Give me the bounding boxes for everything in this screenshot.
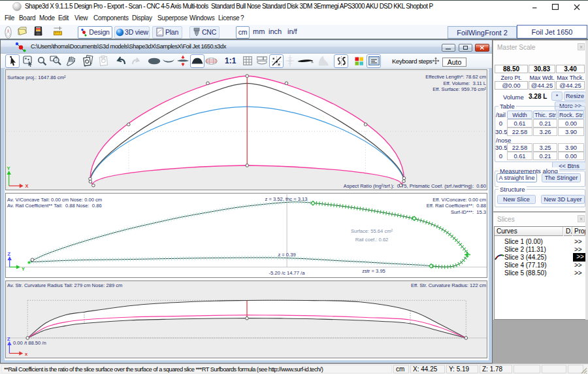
svg-text:Av. Str. Curvature Radius Tail: Av. Str. Curvature Radius Tail: 279 cm N… xyxy=(7,282,122,288)
svg-text:Effective Length*: 78.62 cm: Effective Length*: 78.62 cm xyxy=(425,74,486,80)
svg-text:Surface: 55.64 cm²: Surface: 55.64 cm² xyxy=(351,228,393,234)
svg-text:Y: Y xyxy=(7,165,10,171)
svg-text:Eff. Rail Coefficient**: 0.88: Eff. Rail Coefficient**: 0.88 xyxy=(427,203,486,209)
svg-text:Eff. V/Concave: 0.00 cm: Eff. V/Concave: 0.00 cm xyxy=(433,197,486,203)
svg-text:X: X xyxy=(25,183,29,189)
svg-text:Rail coef.: 0.62: Rail coef.: 0.62 xyxy=(355,237,389,243)
svg-text:Y: Y xyxy=(22,266,25,272)
svg-text:Aspect Ratio (lng²/srf.): 0.7: Aspect Ratio (lng²/srf.): 0.75, Prismati… xyxy=(344,183,486,189)
svg-text:z = 3.52, thc = 3.13: z = 3.52, thc = 3.13 xyxy=(265,196,307,202)
svg-text:x: x xyxy=(25,351,28,357)
svg-text:Z: Z xyxy=(7,336,10,342)
svg-text:Eff. Volume: 3.11 L: Eff. Volume: 3.11 L xyxy=(443,80,486,86)
svg-text:0.00 /t 88.50 /n: 0.00 /t 88.50 /n xyxy=(13,340,46,346)
svg-text:Av. V/Concave Tail: 0.00 cm No: Av. V/Concave Tail: 0.00 cm Nose: 0.00 c… xyxy=(7,197,102,203)
svg-text:Surface proj.: 1647.86 cm²: Surface proj.: 1647.86 cm² xyxy=(7,75,66,80)
svg-text:zstr = 3.95: zstr = 3.95 xyxy=(362,268,385,274)
svg-text:Eff. Surface: 959.76 cm²: Eff. Surface: 959.76 cm² xyxy=(433,86,486,92)
svg-text:z = 0.39: z = 0.39 xyxy=(278,252,295,258)
svg-text:-5.20 /c 14.77 /a: -5.20 /c 14.77 /a xyxy=(269,270,306,276)
svg-text:Eff. Str. Curvature Radius: 12: Eff. Str. Curvature Radius: 122 cm xyxy=(411,282,486,288)
svg-text:Z: Z xyxy=(8,251,11,257)
svg-text:Av. Rail Coefficient** Tail:: Av. Rail Coefficient** Tail: 0.88 Nose: … xyxy=(7,203,102,209)
svg-text:Surf-ID***: 15.3: Surf-ID***: 15.3 xyxy=(451,209,486,215)
